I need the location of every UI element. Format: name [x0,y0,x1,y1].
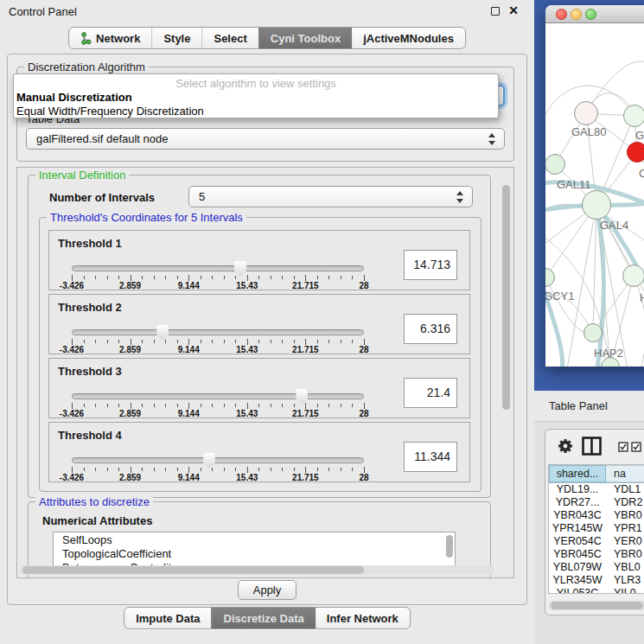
tick-mark [305,339,306,345]
tick-mark [107,276,108,279]
network-node-label: H [640,291,644,304]
network-node-label: GAL11 [557,178,591,191]
threshold-1-value[interactable]: 14.713 [404,250,457,280]
settings-scroll-panel: Interval Definition Number of Intervals … [16,167,514,578]
tick-label: 9.144 [178,281,200,290]
panel-title: Control Panel [9,5,77,18]
threshold-2-slider[interactable] [72,329,364,335]
window-minimize-icon[interactable] [571,9,582,20]
network-node[interactable] [622,265,644,287]
number-of-intervals-combobox[interactable]: 5 [188,186,473,207]
tick-mark [282,276,283,279]
tick-mark [131,339,131,345]
network-node-label: GA [635,129,644,142]
table-row[interactable]: YLR345WYLR3 [549,574,644,587]
tick-mark [201,468,201,471]
popup-option-manual-discretization[interactable]: Manual Discretization [16,91,132,104]
tick-mark [271,276,271,279]
network-node[interactable] [623,105,644,127]
scrollbar-thumb[interactable] [502,185,510,410]
table-horizontal-scrollbar[interactable] [549,601,644,610]
cyni-toolbox-panel: Discretization Algorithm Table Data galF… [7,54,527,605]
attributes-group-title: Attributes to discretize [35,495,153,508]
numerical-attributes-list[interactable]: SelfLoops TopologicalCoefficient Between… [53,532,456,568]
close-icon[interactable]: ✕ [508,3,519,17]
network-node[interactable] [574,101,598,125]
tick-mark [165,468,166,471]
window-zoom-icon[interactable] [585,9,596,20]
table-row[interactable]: YDL19...YDL1 [549,483,644,496]
tick-mark [212,340,213,343]
scrollbar-thumb[interactable] [22,566,364,574]
tab-style[interactable]: Style [151,28,201,48]
tick-label: 2.859 [119,281,141,290]
algorithm-popup-hint: Select algorithm to view settings [14,77,498,90]
network-node[interactable] [582,190,611,220]
network-window-titlebar[interactable] [545,5,644,23]
scrollbar-thumb[interactable] [446,535,453,558]
network-node[interactable] [627,142,644,163]
tick-mark [201,276,201,279]
threshold-2-value[interactable]: 6.316 [404,314,457,344]
tab-select[interactable]: Select [201,28,258,48]
network-canvas[interactable]: GAL80GACGAL11GAL4GCY1HHAP2 [545,23,644,367]
tick-mark [235,276,236,279]
settings-vertical-scrollbar[interactable] [501,171,511,574]
checkbox-icon[interactable] [631,442,641,452]
list-item[interactable]: SelfLoops [54,532,455,546]
table-row[interactable]: YDR27...YDR2 [549,496,644,509]
tick-mark [118,340,119,343]
column-header-name[interactable]: na [606,465,644,482]
network-desktop: GAL80GACGAL11GAL4GCY1HHAP2 [534,0,644,391]
tick-mark [72,403,73,409]
tick-mark [118,276,119,279]
tab-jactivemnodules[interactable]: jActiveMNodules [352,28,465,48]
tab-impute-data[interactable]: Impute Data [124,608,211,628]
discretization-algorithm-title: Discretization Algorithm [24,61,149,73]
tick-mark [317,276,318,279]
column-header-shared-name[interactable]: shared... [549,465,606,482]
apply-button[interactable]: Apply [238,580,296,600]
tab-cyni-toolbox[interactable]: Cyni Toolbox [258,28,352,48]
float-window-icon[interactable] [491,7,500,16]
tick-mark [201,404,201,407]
threshold-3-slider[interactable] [72,393,364,399]
table-row[interactable]: YER054CYER0 [549,535,644,548]
list-item[interactable]: TopologicalCoefficient [54,546,455,560]
tab-discretize-data[interactable]: Discretize Data [212,608,316,628]
popup-option-equal-width-frequency[interactable]: Equal Width/Frequency Discretization [16,105,204,118]
tab-network[interactable]: Network [69,28,151,48]
network-node[interactable] [583,323,603,342]
table-row[interactable]: YBL079WYBL0 [549,561,644,574]
tick-label: 2.859 [119,473,141,482]
checkbox-icon[interactable] [618,442,628,452]
threshold-1-slider[interactable] [72,265,364,271]
table-cell: YBR043C [549,509,606,522]
table-row[interactable]: YBR043CYBR0 [549,509,644,522]
network-view-window[interactable]: GAL80GACGAL11GAL4GCY1HHAP2 [545,5,644,367]
attribute-list-scrollbar[interactable] [445,533,454,566]
table-panel-title: Table Panel [549,399,608,412]
tab-infer-network[interactable]: Infer Network [316,608,410,628]
table-row[interactable]: YIL053CYIL0 [549,587,644,594]
table-row[interactable]: YPR145WYPR1 [549,522,644,535]
tick-mark [72,339,73,345]
window-close-icon[interactable] [556,9,567,20]
network-node[interactable] [545,154,565,175]
table-row[interactable]: YBR045CYBR0 [549,548,644,561]
threshold-3-value[interactable]: 21.4 [404,378,457,408]
number-of-intervals-label: Number of Intervals [49,191,155,204]
threshold-4-value[interactable]: 11.344 [404,442,457,472]
settings-horizontal-scrollbar[interactable] [21,565,494,575]
threshold-4-slider[interactable] [72,457,364,463]
tick-mark [177,468,178,471]
threshold-1-panel: Threshold 1 -3.4262.8599.14415.4321.7152… [48,230,470,290]
network-node-label: GAL80 [571,125,606,138]
gear-icon[interactable] [557,437,574,455]
split-columns-icon[interactable] [582,437,602,456]
table-data-combobox[interactable]: galFiltered.sif default node [26,128,505,150]
tick-label: 2.859 [119,409,141,418]
tick-label: 9.144 [178,345,200,354]
tick-mark [154,404,155,407]
scrollbar-thumb[interactable] [551,602,643,609]
